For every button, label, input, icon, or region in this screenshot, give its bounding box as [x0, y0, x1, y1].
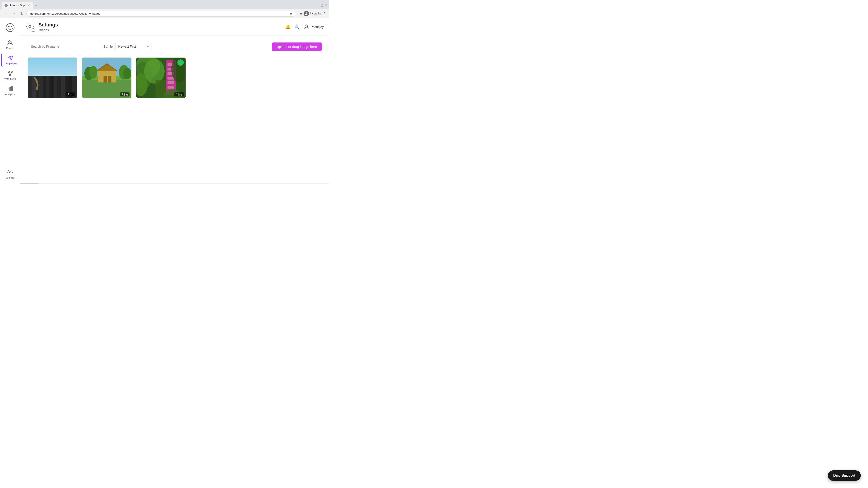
svg-point-45: [123, 68, 131, 79]
image-grid: 9.jpg: [28, 57, 322, 98]
image-card-2[interactable]: 7.jpg: [82, 57, 131, 98]
image-card-3[interactable]: ✓ 1.jpg: [136, 57, 186, 98]
svg-point-2: [8, 26, 9, 27]
svg-point-1: [6, 24, 14, 32]
sidebar-label-people: People: [6, 47, 14, 50]
browser-extras: ■ Incognito ⋮: [300, 11, 327, 16]
sidebar-item-campaigns[interactable]: Campaigns: [1, 53, 19, 67]
sidebar-label-analytics: Analytics: [5, 93, 15, 96]
svg-point-4: [8, 41, 10, 42]
search-icon[interactable]: 🔍: [294, 24, 300, 30]
svg-point-15: [306, 25, 308, 27]
forward-button[interactable]: →: [11, 11, 17, 16]
new-tab-button[interactable]: +: [33, 3, 39, 8]
scrollbar-thumb[interactable]: [20, 183, 38, 184]
window-controls: – □ ✕: [317, 4, 327, 7]
sidebar-label-campaigns: Campaigns: [4, 62, 17, 65]
sidebar-item-people[interactable]: People: [1, 38, 19, 51]
upload-button[interactable]: Upload or drag image here: [272, 42, 322, 51]
svg-point-17: [37, 60, 55, 69]
svg-point-14: [32, 29, 35, 31]
address-bar: ← → ↻ getdrip.com/7641396/settings/asset…: [0, 9, 329, 18]
svg-rect-59: [167, 86, 174, 89]
drip-logo-icon: [6, 23, 15, 32]
sidebar: People Campaigns: [0, 18, 20, 184]
maximize-button[interactable]: □: [321, 4, 323, 7]
incognito-icon: [304, 11, 309, 16]
svg-point-18: [46, 59, 59, 67]
image-card-inner-1: 9.jpg: [28, 58, 77, 98]
close-window-button[interactable]: ✕: [324, 4, 327, 7]
image-selected-check: ✓: [178, 59, 184, 66]
svg-rect-11: [11, 87, 12, 91]
image-card-inner-3: ✓ 1.jpg: [136, 58, 186, 98]
settings-sub-icon: [32, 28, 35, 32]
people-icon: [7, 39, 13, 46]
svg-rect-10: [9, 88, 10, 91]
svg-point-19: [35, 62, 46, 69]
page-header: Settings Images 🔔 🔍 Moodjoy: [20, 18, 329, 36]
refresh-button[interactable]: ↻: [19, 11, 25, 16]
sort-container: Sort by Newest First Oldest First Name A…: [103, 42, 151, 51]
notifications-icon[interactable]: 🔔: [285, 24, 291, 30]
svg-point-3: [11, 26, 12, 27]
minimize-button[interactable]: –: [317, 4, 319, 7]
image-card-inner-2: 7.jpg: [82, 58, 131, 98]
sidebar-item-workflows[interactable]: Workflows: [1, 68, 19, 82]
url-display: getdrip.com/7641396/settings/assets?sect…: [30, 12, 288, 15]
svg-point-13: [29, 26, 31, 28]
tab-favicon: [4, 4, 8, 7]
user-info[interactable]: Moodjoy: [304, 24, 324, 30]
horizontal-scrollbar[interactable]: [20, 183, 329, 184]
svg-rect-8: [9, 74, 11, 75]
content-area: Sort by Newest First Oldest First Name A…: [20, 36, 329, 183]
bookmark-icon[interactable]: ★: [289, 12, 292, 15]
tab-title: Assets · Drip: [9, 4, 25, 7]
svg-rect-7: [11, 71, 12, 72]
svg-rect-58: [167, 81, 174, 84]
back-button[interactable]: ←: [3, 11, 9, 16]
image-card-1[interactable]: 9.jpg: [28, 57, 77, 98]
menu-icon[interactable]: ⋮: [323, 11, 327, 16]
svg-rect-6: [8, 71, 9, 72]
tab-close-button[interactable]: ✕: [28, 4, 30, 7]
toolbar: Sort by Newest First Oldest First Name A…: [28, 42, 322, 51]
address-input[interactable]: getdrip.com/7641396/settings/assets?sect…: [26, 11, 296, 17]
temple-svg: [82, 58, 131, 98]
image-filename-1: 9.jpg: [66, 92, 75, 96]
logo[interactable]: [4, 22, 16, 33]
sidebar-item-settings[interactable]: Settings: [1, 167, 19, 181]
page-header-icon: [26, 22, 35, 31]
incognito-badge: Incognito: [304, 11, 321, 16]
search-input[interactable]: [28, 42, 100, 51]
campaigns-icon: [7, 55, 13, 61]
extension-icon[interactable]: ■: [300, 11, 302, 15]
sort-select-wrapper: Newest First Oldest First Name A-Z Name …: [115, 42, 151, 51]
image-filename-3: 1.jpg: [174, 92, 184, 96]
settings-icon: [7, 169, 13, 175]
main-content: Settings Images 🔔 🔍 Moodjoy: [20, 18, 329, 184]
image-filename-2: 7.jpg: [120, 92, 129, 96]
svg-point-5: [11, 41, 12, 42]
app-container: People Campaigns: [0, 18, 329, 184]
sort-select[interactable]: Newest First Oldest First Name A-Z Name …: [115, 42, 151, 51]
page-title: Settings: [38, 22, 281, 28]
header-actions: 🔔 🔍 Moodjoy: [285, 24, 324, 30]
svg-rect-9: [8, 89, 9, 91]
browser-chrome: Assets · Drip ✕ + – □ ✕ ← → ↻ getdrip.co…: [0, 0, 329, 18]
svg-point-12: [9, 172, 11, 173]
image-city: [28, 58, 77, 98]
sort-label: Sort by: [103, 45, 114, 48]
analytics-icon: [7, 86, 13, 92]
city-svg: [28, 58, 77, 98]
image-temple: [82, 58, 131, 98]
tab-bar: Assets · Drip ✕ + – □ ✕: [0, 0, 329, 9]
page-subtitle: Images: [38, 28, 281, 32]
sidebar-item-analytics[interactable]: Analytics: [1, 84, 19, 97]
sidebar-label-settings: Settings: [6, 176, 15, 179]
page-title-block: Settings Images: [38, 22, 281, 32]
user-avatar-icon: [304, 24, 310, 30]
active-tab[interactable]: Assets · Drip ✕: [2, 2, 33, 9]
svg-point-0: [306, 12, 307, 13]
svg-point-38: [89, 66, 97, 78]
